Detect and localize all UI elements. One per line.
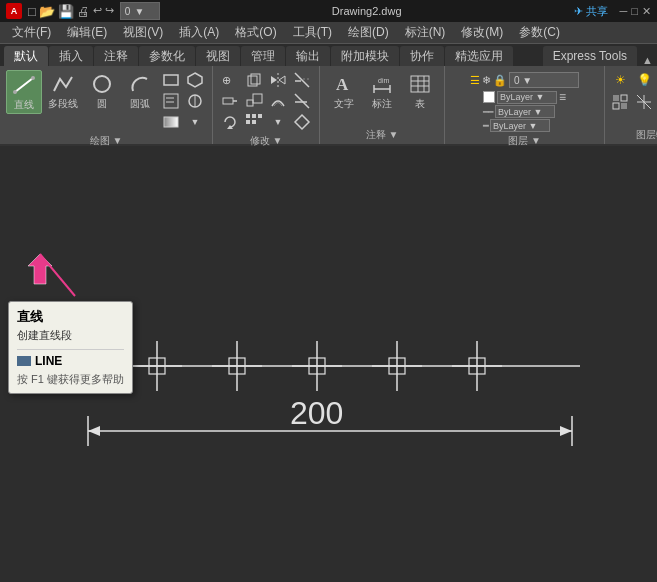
tool-region[interactable] xyxy=(184,91,206,111)
menu-edit[interactable]: 编辑(E) xyxy=(59,22,115,44)
svg-rect-8 xyxy=(164,117,178,127)
share-icon: ✈ xyxy=(574,5,583,18)
menu-params[interactable]: 参数(C) xyxy=(511,22,568,44)
menu-draw[interactable]: 绘图(D) xyxy=(340,22,397,44)
tab-insert[interactable]: 插入 xyxy=(49,46,93,66)
menu-insert[interactable]: 插入(A) xyxy=(171,22,227,44)
tab-annotation[interactable]: 注释 xyxy=(94,46,138,66)
tool-light[interactable]: 💡 xyxy=(633,70,655,90)
line-sample-icon xyxy=(17,356,31,366)
tool-rotate[interactable] xyxy=(219,112,241,132)
layer-lock-icon[interactable]: 🔒 xyxy=(493,74,507,87)
menu-file[interactable]: 文件(F) xyxy=(4,22,59,44)
menu-format[interactable]: 格式(O) xyxy=(227,22,284,44)
qa-redo[interactable]: ↪ xyxy=(105,4,114,19)
modify-tools: ⊕ xyxy=(219,70,313,132)
qa-new[interactable]: □ xyxy=(28,4,36,19)
tool-mirror[interactable] xyxy=(267,70,289,90)
tool-dimension[interactable]: dim 标注 xyxy=(364,70,400,112)
quick-access-icons: □ 📂 💾 🖨 ↩ ↪ xyxy=(28,4,114,19)
tool-copy[interactable] xyxy=(243,70,265,90)
menu-view[interactable]: 视图(V) xyxy=(115,22,171,44)
svg-rect-23 xyxy=(246,120,250,124)
ribbon-collapse[interactable]: ▲ xyxy=(642,54,653,66)
svg-rect-46 xyxy=(621,95,627,101)
maximize-button[interactable]: □ xyxy=(631,5,638,17)
tab-output[interactable]: 输出 xyxy=(286,46,330,66)
svg-line-31 xyxy=(295,94,309,108)
linetype-dropdown[interactable]: ByLayer ▼ xyxy=(495,105,555,118)
workspace-dropdown[interactable]: 0 ▼ xyxy=(120,2,160,20)
svg-marker-26 xyxy=(271,76,277,84)
dimension-label: 标注 xyxy=(372,98,392,110)
tool-stretch[interactable] xyxy=(219,91,241,111)
tooltip-title: 直线 xyxy=(17,308,124,326)
menu-dimension[interactable]: 标注(N) xyxy=(397,22,454,44)
svg-text:⊕: ⊕ xyxy=(222,74,231,86)
tool-arc[interactable]: 圆弧 xyxy=(122,70,158,112)
layer-tools-row2: ByLayer ▼ ≡ ━━ ByLayer ▼ ━ ByLayer ▼ xyxy=(483,90,566,132)
tool-gradient[interactable] xyxy=(160,112,182,132)
tool-pattern2[interactable] xyxy=(633,92,655,112)
tool-extend[interactable] xyxy=(291,91,313,111)
tool-text[interactable]: A 文字 xyxy=(326,70,362,112)
tab-featured[interactable]: 精选应用 xyxy=(445,46,513,66)
lineweight-row: ━ ByLayer ▼ xyxy=(483,119,566,132)
tool-polyline[interactable]: 多段线 xyxy=(44,70,82,112)
tool-scale[interactable] xyxy=(243,91,265,111)
minimize-button[interactable]: ─ xyxy=(620,5,628,17)
tool-boundary[interactable] xyxy=(184,70,206,90)
tab-view[interactable]: 视图 xyxy=(196,46,240,66)
menu-tools[interactable]: 工具(T) xyxy=(285,22,340,44)
tool-line[interactable]: 直线 xyxy=(6,70,42,114)
svg-marker-77 xyxy=(28,254,52,284)
tab-collaborate[interactable]: 协作 xyxy=(400,46,444,66)
qa-undo[interactable]: ↩ xyxy=(93,4,102,19)
qa-print[interactable]: 🖨 xyxy=(77,4,90,19)
small-tools-col2: ▼ xyxy=(184,70,206,132)
match-icon[interactable]: ≡ xyxy=(559,90,566,104)
tooltip-description: 创建直线段 xyxy=(17,328,124,343)
svg-rect-21 xyxy=(252,114,256,118)
lineweight-dropdown[interactable]: ByLayer ▼ xyxy=(490,119,550,132)
svg-rect-19 xyxy=(253,94,262,103)
tool-explode[interactable] xyxy=(291,112,313,132)
layer-freeze-icon[interactable]: ❄ xyxy=(482,74,491,87)
qa-open[interactable]: 📂 xyxy=(39,4,55,19)
tool-circle[interactable]: 圆 xyxy=(84,70,120,112)
menu-modify[interactable]: 修改(M) xyxy=(453,22,511,44)
table-label: 表 xyxy=(415,98,425,110)
modify-col1: ⊕ xyxy=(219,70,241,132)
tab-default[interactable]: 默认 xyxy=(4,46,48,66)
qa-save[interactable]: 💾 xyxy=(58,4,74,19)
color-dropdown[interactable]: ByLayer ▼ xyxy=(497,91,557,104)
tool-more-draw[interactable]: ▼ xyxy=(184,112,206,132)
tool-pattern1[interactable] xyxy=(609,92,631,112)
modify-col2 xyxy=(243,70,265,132)
tool-offset[interactable] xyxy=(267,91,289,111)
tool-move[interactable]: ⊕ xyxy=(219,70,241,90)
lineweight-icon: ━ xyxy=(483,121,488,131)
tool-sun[interactable]: ☀ xyxy=(609,70,631,90)
tool-hatch[interactable] xyxy=(160,91,182,111)
svg-line-28 xyxy=(295,73,309,87)
tool-more-modify[interactable]: ▼ xyxy=(267,112,289,132)
tool-table[interactable]: 表 xyxy=(402,70,438,112)
share-label: 共享 xyxy=(586,4,608,19)
tab-parametric[interactable]: 参数化 xyxy=(139,46,195,66)
layer-name-dropdown[interactable]: 0 ▼ xyxy=(509,72,579,88)
text-label: 文字 xyxy=(334,98,354,110)
close-button[interactable]: ✕ xyxy=(642,5,651,18)
ribbon-tabs: 默认 插入 注释 参数化 视图 管理 输出 附加模块 协作 精选应用 Expre… xyxy=(0,44,657,66)
tool-array[interactable] xyxy=(243,112,265,132)
tool-trim[interactable] xyxy=(291,70,313,90)
ribbon-panel: 直线 多段线 圆 xyxy=(0,66,657,146)
color-row: ByLayer ▼ ≡ xyxy=(483,90,566,104)
tool-rect[interactable] xyxy=(160,70,182,90)
svg-marker-73 xyxy=(560,426,572,436)
tab-express[interactable]: Express Tools xyxy=(543,46,637,66)
tab-manage[interactable]: 管理 xyxy=(241,46,285,66)
layer-props-icon[interactable]: ☰ xyxy=(470,74,480,87)
share-button[interactable]: ✈ 共享 xyxy=(574,4,608,19)
tab-addons[interactable]: 附加模块 xyxy=(331,46,399,66)
